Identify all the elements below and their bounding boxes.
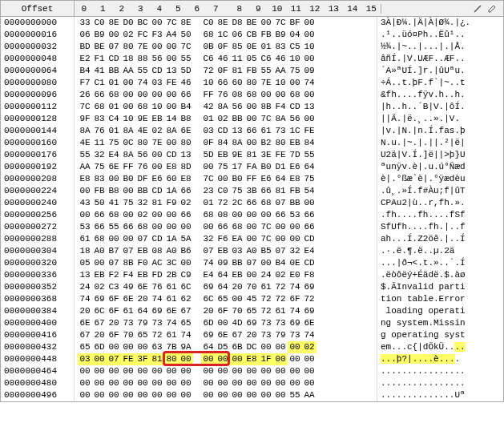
hex-byte[interactable]: 69: [92, 293, 107, 305]
hex-byte[interactable]: 80: [121, 41, 135, 53]
hex-byte[interactable]: 6F: [107, 329, 121, 341]
hex-byte[interactable]: 67: [78, 329, 92, 341]
hex-cell[interactable]: 13EBF2F4EBFD2BC9E464EB002402E0F8: [75, 269, 377, 281]
hex-byte[interactable]: 73: [288, 329, 302, 341]
hex-byte[interactable]: AA: [302, 389, 317, 401]
hex-byte[interactable]: C6: [201, 53, 216, 65]
hex-byte[interactable]: 20: [135, 293, 150, 305]
hex-byte[interactable]: 83: [273, 41, 288, 53]
hex-byte[interactable]: 0F: [216, 41, 230, 53]
hex-byte[interactable]: B0: [230, 173, 244, 185]
hex-row[interactable]: 0000000480000000000000000000000000000000…: [1, 377, 503, 389]
hex-byte[interactable]: D1: [273, 161, 288, 173]
hex-byte[interactable]: 11: [230, 53, 244, 65]
hex-byte[interactable]: 00: [107, 389, 121, 401]
hex-byte[interactable]: 00: [121, 101, 135, 113]
pencil-icon[interactable]: [487, 4, 497, 14]
hex-byte[interactable]: 0F: [201, 137, 216, 149]
hex-byte[interactable]: 72: [273, 293, 288, 305]
hex-cell[interactable]: B441BBAA55CD135D720F81FB55AA7509: [75, 65, 377, 77]
hex-byte[interactable]: 00: [78, 389, 92, 401]
hex-byte[interactable]: 00: [273, 341, 288, 353]
hex-byte[interactable]: 13: [230, 125, 244, 137]
hex-byte[interactable]: 00: [121, 389, 135, 401]
hex-byte[interactable]: 00: [121, 377, 135, 389]
hex-byte[interactable]: 00: [244, 389, 259, 401]
hex-byte[interactable]: C1: [92, 77, 107, 89]
hex-byte[interactable]: 55: [288, 389, 302, 401]
hex-byte[interactable]: 00: [259, 365, 273, 377]
hex-byte[interactable]: FC: [135, 29, 150, 41]
hex-byte[interactable]: 61: [259, 281, 273, 293]
hex-byte[interactable]: 00: [273, 221, 288, 233]
hex-byte[interactable]: 00: [288, 233, 302, 245]
ascii-cell[interactable]: ..............Uª: [377, 389, 503, 401]
hex-byte[interactable]: 32: [135, 197, 150, 209]
hex-row[interactable]: 0000000384206C6F6164696E67206F7065726174…: [1, 305, 503, 317]
hex-byte[interactable]: 00: [302, 353, 317, 365]
hex-byte[interactable]: 3C: [164, 257, 179, 269]
hex-byte[interactable]: 0B: [201, 41, 216, 53]
hex-byte[interactable]: 6C: [179, 281, 193, 293]
ascii-cell[interactable]: .û¸.»Í.f#Àu;f|ûT: [377, 185, 503, 197]
hex-byte[interactable]: E4: [107, 149, 121, 161]
hex-byte[interactable]: B4: [78, 65, 92, 77]
hex-byte[interactable]: 00: [302, 365, 317, 377]
hex-byte[interactable]: 00: [92, 353, 107, 365]
ascii-cell[interactable]: SfUfh....fh.|..f: [377, 221, 503, 233]
hex-byte[interactable]: 79: [273, 329, 288, 341]
hex-byte[interactable]: 69: [150, 305, 164, 317]
hex-byte[interactable]: 6D: [201, 317, 216, 329]
hex-byte[interactable]: 00: [288, 377, 302, 389]
hex-byte[interactable]: EB: [230, 269, 244, 281]
hex-row[interactable]: 000000041667206F7065726174696E6720737973…: [1, 329, 503, 341]
hex-byte[interactable]: BB: [230, 113, 244, 125]
hex-byte[interactable]: 01: [107, 125, 121, 137]
hex-byte[interactable]: 07: [201, 245, 216, 257]
hex-cell[interactable]: 00000000000000000000000000000000: [75, 377, 377, 389]
hex-byte[interactable]: C4: [107, 113, 121, 125]
hex-row[interactable]: 00000003200500078BF0AC3C007409BB0700B40E…: [1, 257, 503, 269]
hex-byte[interactable]: 70: [244, 281, 259, 293]
hex-byte[interactable]: 8B: [259, 101, 273, 113]
hex-byte[interactable]: 23: [201, 185, 216, 197]
hex-cell[interactable]: 6168000007CD1A5A32F6EA007C0000CD: [75, 233, 377, 245]
hex-byte[interactable]: 1A: [164, 185, 179, 197]
hex-byte[interactable]: 70: [230, 305, 244, 317]
hex-byte[interactable]: 00: [121, 185, 135, 197]
hex-byte[interactable]: 00: [273, 353, 288, 365]
hex-byte[interactable]: 81: [273, 185, 288, 197]
hex-byte[interactable]: 7C: [179, 41, 193, 53]
hex-byte[interactable]: 72: [201, 65, 216, 77]
hex-byte[interactable]: 8E: [179, 17, 193, 29]
hex-byte[interactable]: 8D: [179, 161, 193, 173]
hex-byte[interactable]: E8: [288, 173, 302, 185]
hex-byte[interactable]: 62: [179, 293, 193, 305]
hex-cell[interactable]: 00000000000000000000000000000000: [75, 365, 377, 377]
hex-byte[interactable]: 8A: [78, 125, 92, 137]
hex-byte[interactable]: A0: [164, 245, 179, 257]
hex-row[interactable]: 00000002725366556668000000006668007C0000…: [1, 221, 503, 233]
hex-byte[interactable]: 7C: [201, 173, 216, 185]
hex-byte[interactable]: 81: [150, 353, 164, 365]
hex-byte[interactable]: 1C: [216, 29, 230, 41]
hex-byte[interactable]: 00: [135, 341, 150, 353]
hex-byte[interactable]: 69: [244, 317, 259, 329]
hex-byte[interactable]: 00: [150, 17, 164, 29]
hex-byte[interactable]: 88: [135, 53, 150, 65]
hex-byte[interactable]: 02: [150, 125, 164, 137]
hex-byte[interactable]: 8A: [121, 125, 135, 137]
hex-byte[interactable]: 18: [121, 53, 135, 65]
hex-byte[interactable]: 07: [135, 233, 150, 245]
hex-byte[interactable]: 61: [259, 125, 273, 137]
hex-byte[interactable]: 0C: [121, 137, 135, 149]
hex-byte[interactable]: 3E: [259, 149, 273, 161]
hex-cell[interactable]: 7C680100681000B4428A56008BF4CD13: [75, 101, 377, 113]
hex-byte[interactable]: 00: [179, 353, 193, 365]
hex-byte[interactable]: C5: [288, 41, 302, 53]
hex-byte[interactable]: C0: [201, 17, 216, 29]
hex-byte[interactable]: 00: [121, 89, 135, 101]
ascii-cell[interactable]: ng system.Missin: [377, 317, 503, 329]
hex-byte[interactable]: 00: [78, 377, 92, 389]
hex-byte[interactable]: 84: [216, 137, 230, 149]
